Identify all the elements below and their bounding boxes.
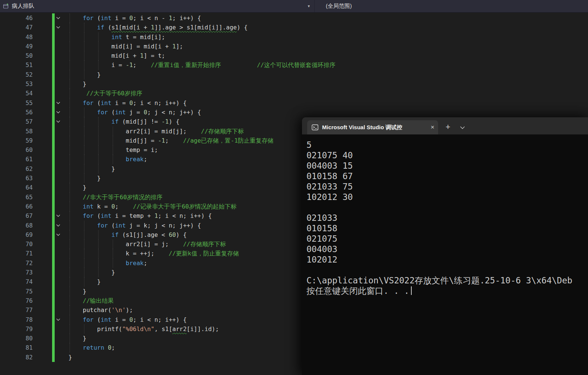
line-number[interactable]: 66 — [0, 202, 33, 211]
breakpoint-margin[interactable] — [33, 117, 52, 126]
line-number[interactable]: 68 — [0, 221, 33, 230]
breakpoint-margin[interactable] — [33, 136, 52, 145]
breakpoint-margin[interactable] — [33, 353, 52, 362]
breakpoint-margin[interactable] — [33, 305, 52, 315]
line-number[interactable]: 82 — [0, 353, 33, 362]
line-number[interactable]: 54 — [0, 89, 33, 98]
line-number[interactable]: 64 — [0, 183, 33, 192]
line-number[interactable]: 55 — [0, 98, 33, 108]
line-number[interactable]: 81 — [0, 343, 33, 352]
code-line[interactable]: 52} — [0, 70, 588, 79]
line-number[interactable]: 74 — [0, 277, 33, 286]
breakpoint-margin[interactable] — [33, 13, 52, 23]
line-number[interactable]: 69 — [0, 230, 33, 239]
breakpoint-margin[interactable] — [33, 343, 52, 352]
breakpoint-margin[interactable] — [33, 258, 52, 268]
breakpoint-margin[interactable] — [33, 155, 52, 164]
line-number[interactable]: 67 — [0, 211, 33, 220]
tab-dropdown-icon[interactable] — [460, 126, 465, 129]
line-number[interactable]: 78 — [0, 315, 33, 324]
breakpoint-margin[interactable] — [33, 145, 52, 155]
close-tab-icon[interactable]: × — [431, 124, 434, 131]
code-line[interactable]: 48int t = mid[i]; — [0, 32, 588, 42]
line-number[interactable]: 58 — [0, 127, 33, 136]
line-number[interactable]: 76 — [0, 296, 33, 305]
breakpoint-margin[interactable] — [33, 174, 52, 183]
breakpoint-margin[interactable] — [33, 98, 52, 108]
fold-chevron-icon[interactable] — [55, 211, 68, 220]
code-line[interactable]: 50mid[i + 1] = t; — [0, 51, 588, 60]
line-number[interactable]: 48 — [0, 32, 33, 42]
line-number[interactable]: 71 — [0, 249, 33, 258]
line-number[interactable]: 80 — [0, 334, 33, 343]
line-number[interactable]: 62 — [0, 164, 33, 174]
breakpoint-margin[interactable] — [33, 268, 52, 277]
line-number[interactable]: 75 — [0, 287, 33, 296]
breakpoint-margin[interactable] — [33, 221, 52, 230]
line-number[interactable]: 47 — [0, 23, 33, 32]
scope-dropdown[interactable]: (全局范围) — [314, 0, 588, 12]
fold-chevron-icon[interactable] — [55, 108, 68, 117]
breakpoint-margin[interactable] — [33, 164, 52, 174]
code-line[interactable]: 46for (int i = 0; i < n - 1; i++) { — [0, 13, 588, 23]
breakpoint-margin[interactable] — [33, 230, 52, 239]
line-number[interactable]: 46 — [0, 13, 33, 23]
line-number[interactable]: 50 — [0, 51, 33, 60]
code-line[interactable]: 49mid[i] = mid[i + 1]; — [0, 42, 588, 51]
breakpoint-margin[interactable] — [33, 202, 52, 211]
breakpoint-margin[interactable] — [33, 51, 52, 60]
code-line[interactable]: 53} — [0, 79, 588, 89]
line-number[interactable]: 72 — [0, 258, 33, 268]
fold-chevron-icon[interactable] — [55, 221, 68, 230]
code-line[interactable]: 55for (int i = 0; i < n; i++) { — [0, 98, 588, 108]
line-number[interactable]: 79 — [0, 324, 33, 334]
line-number[interactable]: 53 — [0, 79, 33, 89]
breakpoint-margin[interactable] — [33, 127, 52, 136]
breakpoint-margin[interactable] — [33, 296, 52, 305]
fold-chevron-icon[interactable] — [55, 98, 68, 108]
code-line[interactable]: 56for (int j = 0; j < n; j++) { — [0, 108, 588, 117]
breakpoint-margin[interactable] — [33, 183, 52, 192]
fold-chevron-icon[interactable] — [55, 13, 68, 23]
line-number[interactable]: 63 — [0, 174, 33, 183]
breakpoint-margin[interactable] — [33, 42, 52, 51]
line-number[interactable]: 49 — [0, 42, 33, 51]
breakpoint-margin[interactable] — [33, 277, 52, 286]
line-number[interactable]: 57 — [0, 117, 33, 126]
line-number[interactable]: 61 — [0, 155, 33, 164]
line-number[interactable]: 52 — [0, 70, 33, 79]
line-number[interactable]: 65 — [0, 193, 33, 202]
line-number[interactable]: 73 — [0, 268, 33, 277]
breakpoint-margin[interactable] — [33, 79, 52, 89]
fold-chevron-icon[interactable] — [55, 230, 68, 239]
project-dropdown[interactable]: 病人排队 ▾ — [0, 0, 314, 12]
line-number[interactable]: 56 — [0, 108, 33, 117]
fold-chevron-icon[interactable] — [55, 23, 68, 32]
line-number[interactable]: 59 — [0, 136, 33, 145]
code-line[interactable]: 54 //大于等于60岁排序 — [0, 89, 588, 98]
breakpoint-margin[interactable] — [33, 23, 52, 32]
code-line[interactable]: 47if (s1[mid[i + 1]].age > s1[mid[i]].ag… — [0, 23, 588, 32]
fold-chevron-icon[interactable] — [55, 315, 68, 324]
breakpoint-margin[interactable] — [33, 89, 52, 98]
breakpoint-margin[interactable] — [33, 70, 52, 79]
line-number[interactable]: 51 — [0, 60, 33, 70]
breakpoint-margin[interactable] — [33, 32, 52, 42]
terminal-tab[interactable]: Microsoft Visual Studio 调试控 × — [307, 120, 438, 134]
breakpoint-margin[interactable] — [33, 287, 52, 296]
breakpoint-margin[interactable] — [33, 324, 52, 334]
breakpoint-margin[interactable] — [33, 334, 52, 343]
line-number[interactable]: 70 — [0, 239, 33, 249]
breakpoint-margin[interactable] — [33, 60, 52, 70]
code-line[interactable]: 51i = -1; //重置i值，重新开始排序 //这个可以代替嵌套循环排序 — [0, 60, 588, 70]
breakpoint-margin[interactable] — [33, 249, 52, 258]
line-number[interactable]: 77 — [0, 305, 33, 315]
fold-chevron-icon[interactable] — [55, 117, 68, 126]
console-output[interactable]: 5021075 40004003 15010158 67021033 75102… — [302, 134, 588, 375]
new-tab-button[interactable]: + — [446, 123, 450, 131]
breakpoint-margin[interactable] — [33, 211, 52, 220]
breakpoint-margin[interactable] — [33, 193, 52, 202]
breakpoint-margin[interactable] — [33, 108, 52, 117]
breakpoint-margin[interactable] — [33, 315, 52, 324]
line-number[interactable]: 60 — [0, 145, 33, 155]
